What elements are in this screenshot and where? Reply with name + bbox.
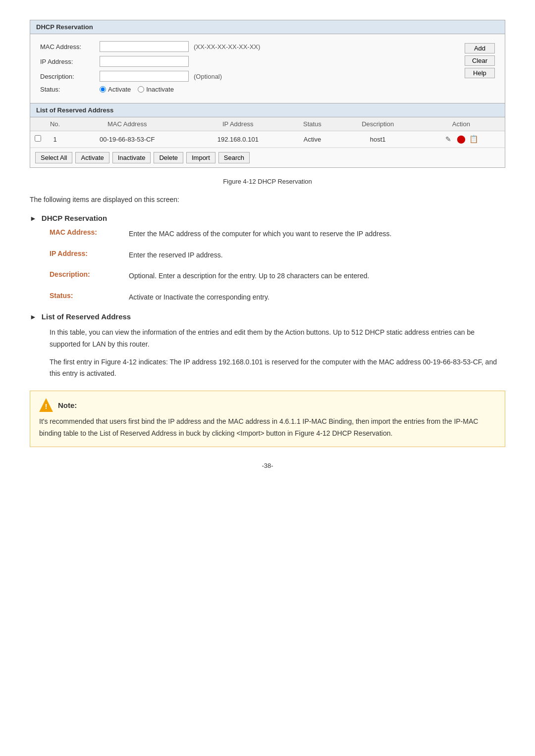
forms-and-actions: MAC Address: (XX-XX-XX-XX-XX-XX) IP Addr… <box>40 41 495 96</box>
delete-icon[interactable]: ⬤ <box>457 134 466 143</box>
note-title: Note: <box>58 401 77 409</box>
desc-row: Description: (Optional) <box>40 71 455 82</box>
field-name: MAC Address: <box>50 228 129 236</box>
desc-hint: (Optional) <box>194 73 222 80</box>
list-section-header: List of Reserved Address <box>30 103 505 117</box>
mac-input[interactable] <box>100 41 189 52</box>
note-box: Note: It's recommended that users first … <box>30 391 505 447</box>
ip-row: IP Address: <box>40 56 455 67</box>
section2-title: List of Reserved Address <box>42 312 131 321</box>
help-button[interactable]: Help <box>465 68 495 78</box>
row-no: 1 <box>45 131 65 148</box>
section2-heading: ► List of Reserved Address <box>30 312 505 321</box>
dhcp-reservation-header: DHCP Reservation <box>30 20 505 34</box>
field-desc-row: Status: Activate or Inactivate the corre… <box>50 292 505 302</box>
note-text: It's recommended that users first bind t… <box>39 416 496 440</box>
search-button[interactable]: Search <box>218 152 250 163</box>
row-actions: ✎ ⬤ 📋 <box>418 131 505 148</box>
col-status: Status <box>286 117 338 131</box>
figure-caption: Figure 4-12 DHCP Reservation <box>30 178 505 185</box>
arrow-icon: ► <box>30 214 37 222</box>
activate-button[interactable]: Activate <box>75 152 109 163</box>
mac-label: MAC Address: <box>40 43 100 50</box>
import-button[interactable]: Import <box>186 152 215 163</box>
col-description: Description <box>338 117 418 131</box>
field-desc-row: MAC Address: Enter the MAC address of th… <box>50 228 505 239</box>
field-descriptions: MAC Address: Enter the MAC address of th… <box>50 228 505 302</box>
desc-input[interactable] <box>100 71 189 82</box>
copy-icon[interactable]: 📋 <box>469 135 478 144</box>
inactivate-radio[interactable]: Inactivate <box>138 86 174 93</box>
table-row: 1 00-19-66-83-53-CF 192.168.0.101 Active… <box>30 131 505 148</box>
col-action: Action <box>418 117 505 131</box>
ip-input[interactable] <box>100 56 189 67</box>
row-mac: 00-19-66-83-53-CF <box>65 131 189 148</box>
clear-button[interactable]: Clear <box>465 55 495 66</box>
field-name: Status: <box>50 292 129 300</box>
sub-desc-paragraph: The first entry in Figure 4-12 indicates… <box>50 356 505 380</box>
dhcp-reservation-body: MAC Address: (XX-XX-XX-XX-XX-XX) IP Addr… <box>30 34 505 103</box>
row-description: host1 <box>338 131 418 148</box>
sub-desc-paragraph: In this table, you can view the informat… <box>50 327 505 351</box>
col-checkbox <box>30 117 45 131</box>
status-radio-group: Activate Inactivate <box>100 86 174 93</box>
field-value: Activate or Inactivate the corresponding… <box>129 292 505 302</box>
row-checkbox[interactable] <box>35 135 41 142</box>
arrow-icon-2: ► <box>30 313 37 321</box>
col-ip: IP Address <box>189 117 286 131</box>
page-number: -38- <box>30 462 505 469</box>
row-status: Active <box>286 131 338 148</box>
row-ip: 192.168.0.101 <box>189 131 286 148</box>
add-button[interactable]: Add <box>465 43 495 53</box>
field-value: Enter the MAC address of the computer fo… <box>129 228 505 239</box>
table-footer: Select All Activate Inactivate Delete Im… <box>30 148 505 167</box>
status-label: Status: <box>40 86 100 93</box>
forms-left: MAC Address: (XX-XX-XX-XX-XX-XX) IP Addr… <box>40 41 455 96</box>
edit-icon[interactable]: ✎ <box>444 135 453 144</box>
inactivate-button[interactable]: Inactivate <box>112 152 151 163</box>
ip-label: IP Address: <box>40 58 100 65</box>
col-no: No. <box>45 117 65 131</box>
field-value: Optional. Enter a description for the en… <box>129 270 505 281</box>
delete-button[interactable]: Delete <box>154 152 183 163</box>
field-value: Enter the reserved IP address. <box>129 250 505 260</box>
field-desc-row: IP Address: Enter the reserved IP addres… <box>50 250 505 260</box>
desc-label: Description: <box>40 73 100 80</box>
activate-radio[interactable]: Activate <box>100 86 131 93</box>
reserved-table: No. MAC Address IP Address Status Descri… <box>30 117 505 148</box>
col-mac: MAC Address <box>65 117 189 131</box>
field-name: IP Address: <box>50 250 129 257</box>
action-buttons: Add Clear Help <box>465 41 495 78</box>
sub-desc-container: In this table, you can view the informat… <box>30 327 505 380</box>
section1-title: DHCP Reservation <box>42 214 107 222</box>
warning-icon <box>39 398 53 412</box>
field-name: Description: <box>50 270 129 278</box>
field-desc-row: Description: Optional. Enter a descripti… <box>50 270 505 281</box>
status-row: Status: Activate Inactivate <box>40 86 455 93</box>
mac-row: MAC Address: (XX-XX-XX-XX-XX-XX) <box>40 41 455 52</box>
table-header-row: No. MAC Address IP Address Status Descri… <box>30 117 505 131</box>
note-header: Note: <box>39 398 496 412</box>
intro-text: The following items are displayed on thi… <box>30 194 505 205</box>
dhcp-reservation-box: DHCP Reservation MAC Address: (XX-XX-XX-… <box>30 20 505 168</box>
section1-heading: ► DHCP Reservation <box>30 214 505 222</box>
select-all-button[interactable]: Select All <box>35 152 72 163</box>
mac-hint: (XX-XX-XX-XX-XX-XX) <box>194 43 260 50</box>
